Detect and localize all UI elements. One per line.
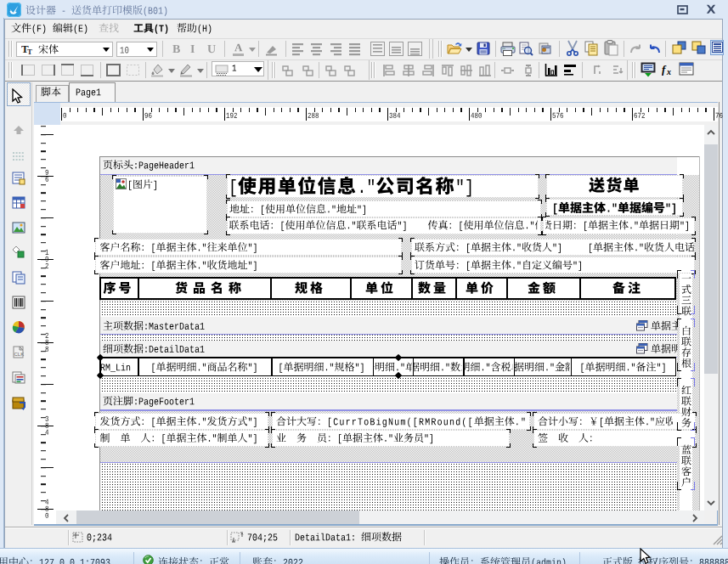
- svg-text:T: T: [27, 48, 32, 55]
- svg-text:CLK: CLK: [14, 352, 25, 357]
- svg-text:x: x: [666, 67, 671, 76]
